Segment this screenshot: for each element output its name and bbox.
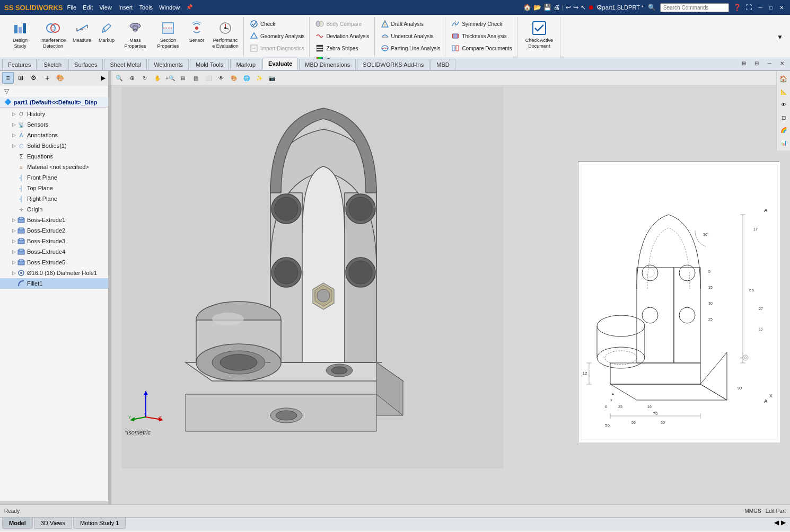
- tree-btn-list[interactable]: ≡: [2, 72, 14, 84]
- check-button[interactable]: Check: [247, 18, 307, 30]
- view-display-style[interactable]: ⬜: [203, 73, 214, 84]
- vc-view-orientation[interactable]: 📐: [778, 86, 789, 97]
- tree-item-material[interactable]: ≡ Material <not specified>: [0, 162, 111, 172]
- vc-settings[interactable]: 📊: [778, 137, 789, 148]
- zebra-stripes-button[interactable]: Zebra Stripes: [313, 42, 372, 54]
- tab-mbd[interactable]: MBD: [431, 59, 455, 70]
- status-nav-next[interactable]: ▶: [781, 519, 786, 526]
- h-scrollbar[interactable]: [0, 501, 111, 504]
- tree-item-history[interactable]: ▷ ⏱ History: [0, 109, 111, 119]
- status-tab-model[interactable]: Model: [2, 518, 33, 529]
- tree-item-right-plane[interactable]: ┤ Right Plane: [0, 193, 111, 204]
- tree-item-fillet1[interactable]: Fillet1: [0, 278, 111, 289]
- design-study-button[interactable]: Design Study: [4, 18, 36, 55]
- tree-item-boss-extrude1[interactable]: ▷ Boss-Extrude1: [0, 215, 111, 225]
- tree-item-boss-extrude2[interactable]: ▷ Boss-Extrude2: [0, 225, 111, 236]
- tab-mbd-dimensions[interactable]: MBD Dimensions: [299, 59, 356, 70]
- tab-surfaces[interactable]: Surfaces: [68, 59, 103, 70]
- view-zoom-in[interactable]: +🔍: [164, 73, 176, 84]
- vc-display-style[interactable]: ◻: [778, 111, 789, 123]
- tree-btn-grid[interactable]: ⊞: [15, 72, 27, 84]
- measure-button[interactable]: mm Measure: [70, 18, 94, 55]
- view-hide-show[interactable]: 👁: [215, 73, 227, 84]
- quick-save[interactable]: 💾: [543, 4, 551, 11]
- view-section[interactable]: ▧: [190, 73, 201, 84]
- tree-item-solid-bodies[interactable]: ▷ ⬡ Solid Bodies(1): [0, 140, 111, 151]
- tab-sheet-metal[interactable]: Sheet Metal: [104, 59, 147, 70]
- tab-evaluate[interactable]: Evaluate: [262, 58, 298, 70]
- tab-weldments[interactable]: Weldments: [148, 59, 189, 70]
- view-pan[interactable]: ✋: [152, 73, 163, 84]
- minimize-button[interactable]: ─: [756, 3, 765, 12]
- tab-control-2[interactable]: ⊟: [751, 57, 762, 69]
- viewport[interactable]: 🔍 ⊕ ↻ ✋ +🔍 ⊞ ▧ ⬜ 👁 🎨 🌐 ✨ 📷: [111, 71, 790, 504]
- tree-item-boss-extrude5[interactable]: ▷ Boss-Extrude5: [0, 257, 111, 268]
- tab-close[interactable]: ✕: [776, 57, 788, 69]
- tab-mold-tools[interactable]: Mold Tools: [190, 59, 229, 70]
- menu-window[interactable]: Window: [159, 4, 180, 11]
- deviation-analysis-button[interactable]: Deviation Analysis: [313, 30, 372, 42]
- body-compare-button[interactable]: Body Compare: [313, 18, 372, 30]
- ribbon-expand-button[interactable]: ▼: [774, 32, 786, 42]
- status-nav-prev[interactable]: ◀: [774, 519, 779, 526]
- tree-btn-config[interactable]: ⚙: [28, 72, 39, 84]
- view-rotate[interactable]: ↻: [139, 73, 151, 84]
- draft-analysis-button[interactable]: Draft Analysis: [378, 18, 443, 30]
- view-zoom-area[interactable]: ⊕: [126, 73, 138, 84]
- menu-edit[interactable]: Edit: [83, 4, 93, 11]
- quick-open[interactable]: 📂: [533, 4, 541, 11]
- vc-home[interactable]: 🏠: [778, 73, 789, 85]
- parting-line-button[interactable]: Parting Line Analysis: [378, 42, 443, 54]
- panel-splitter[interactable]: [108, 71, 111, 504]
- menu-pin[interactable]: 📌: [186, 4, 192, 11]
- tree-item-equations[interactable]: Σ Equations: [0, 151, 111, 162]
- view-scenes[interactable]: 🌐: [241, 73, 252, 84]
- view-appearance[interactable]: 🎨: [228, 73, 240, 84]
- tree-btn-color[interactable]: 🎨: [54, 72, 66, 84]
- expand-icon[interactable]: ⛶: [745, 4, 752, 11]
- sensor-button[interactable]: Sensor: [185, 18, 208, 55]
- tab-markup[interactable]: Markup: [230, 59, 261, 70]
- check-active-document-button[interactable]: Check Active Document: [521, 18, 558, 55]
- tab-features[interactable]: Features: [2, 59, 37, 70]
- search-commands[interactable]: [660, 3, 729, 12]
- tree-item-annotations[interactable]: ▷ A Annotations: [0, 130, 111, 140]
- view-camera[interactable]: 📷: [266, 73, 278, 84]
- status-tab-3d-views[interactable]: 3D Views: [34, 518, 72, 529]
- performance-evaluation-button[interactable]: Performance Evaluation: [209, 18, 241, 55]
- menu-tools[interactable]: Tools: [139, 4, 153, 11]
- vc-hide-show[interactable]: 👁: [778, 99, 789, 110]
- close-button[interactable]: ✕: [777, 3, 786, 12]
- search-icon[interactable]: 🔍: [648, 4, 656, 11]
- compare-documents-button[interactable]: Compare Documents: [449, 42, 514, 54]
- quick-undo[interactable]: ↩: [566, 4, 571, 11]
- status-tab-motion-study[interactable]: Motion Study 1: [73, 518, 126, 529]
- quick-redo[interactable]: ↪: [573, 4, 578, 11]
- tree-item-top-plane[interactable]: ┤ Top Plane: [0, 183, 111, 193]
- quick-cursor[interactable]: ↖: [581, 4, 586, 11]
- quick-record[interactable]: ⏺: [588, 4, 594, 11]
- interference-detection-button[interactable]: Interference Detection: [37, 18, 69, 55]
- menu-file[interactable]: File: [67, 4, 77, 11]
- tree-item-origin[interactable]: ✛ Origin: [0, 204, 111, 215]
- tab-control-3[interactable]: ─: [763, 57, 775, 69]
- section-properties-button[interactable]: Section Properties: [152, 18, 184, 55]
- menu-insert[interactable]: Insert: [118, 4, 133, 11]
- symmetry-check-button[interactable]: Symmetry Check: [449, 18, 514, 30]
- maximize-button[interactable]: □: [767, 3, 775, 12]
- import-diagnostics-button[interactable]: Import Diagnostics: [247, 42, 307, 54]
- tree-btn-arrow[interactable]: ▶: [97, 72, 109, 84]
- quick-settings[interactable]: ⚙: [596, 4, 602, 11]
- tree-item-front-plane[interactable]: ┤ Front Plane: [0, 172, 111, 183]
- tree-item-boss-extrude3[interactable]: ▷ Boss-Extrude3: [0, 236, 111, 246]
- menu-view[interactable]: View: [99, 4, 112, 11]
- tree-item-sensors[interactable]: ▷ 📡 Sensors: [0, 119, 111, 130]
- quick-new[interactable]: 🏠: [523, 4, 531, 11]
- view-standard[interactable]: ⊞: [177, 73, 189, 84]
- tree-btn-search[interactable]: +: [41, 72, 53, 84]
- tab-sketch[interactable]: Sketch: [38, 59, 67, 70]
- tab-control-1[interactable]: ⊞: [738, 57, 750, 69]
- quick-print[interactable]: 🖨: [554, 4, 560, 11]
- undercut-analysis-button[interactable]: Undercut Analysis: [378, 30, 443, 42]
- view-zoom-fit[interactable]: 🔍: [113, 73, 125, 84]
